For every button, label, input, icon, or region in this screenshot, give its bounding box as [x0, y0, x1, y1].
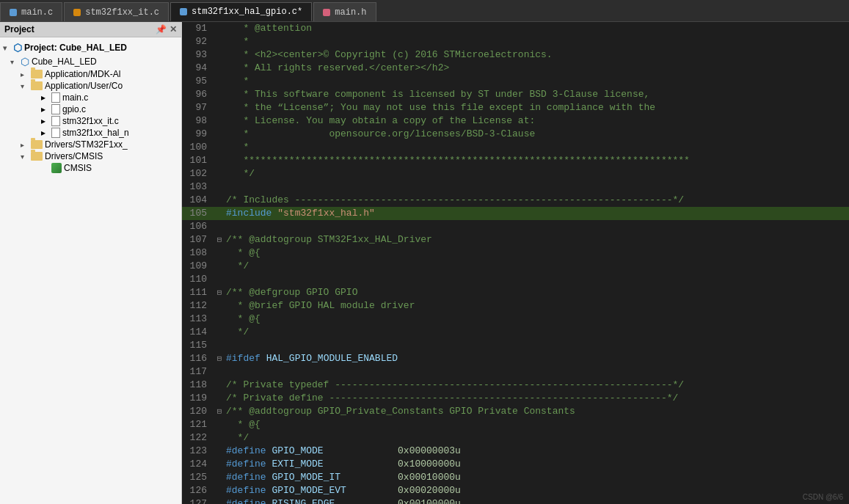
line-num-124: 124 — [182, 458, 213, 471]
code-line-93: 93 * <h2><center>© Copyright (c) 2016 ST… — [182, 48, 849, 62]
tab-label-main-h: main.h — [335, 7, 366, 18]
line-content-125: #define GPIO_MODE_IT 0x00010000u — [226, 471, 849, 484]
line-content-98: * License. You may obtain a copy of the … — [226, 114, 849, 128]
code-line-116: 116 ⊟ #ifdef HAL_GPIO_MODULE_ENABLED — [182, 352, 849, 365]
line-content-113: * @{ — [226, 313, 849, 326]
line-num-108: 108 — [182, 246, 213, 260]
tree-item-drivers-cmsis[interactable]: ▾ Drivers/CMSIS — [0, 150, 181, 162]
line-content-94: * All rights reserved.</center></h2> — [226, 62, 849, 75]
line-num-105: 105 — [182, 207, 213, 220]
tree-label-cmsis: CMSIS — [64, 163, 92, 173]
code-line-105: 105 #include "stm32f1xx_hal.h" — [182, 207, 849, 220]
line-content-124: #define EXTI_MODE 0x10000000u — [226, 458, 849, 471]
tree-item-project[interactable]: ▾ ⬡ Project: Cube_HAL_LED — [0, 40, 181, 55]
line-num-101: 101 — [182, 154, 213, 167]
line-num-106: 106 — [182, 220, 213, 233]
tab-stm32-hal-gpio[interactable]: stm32f1xx_hal_gpio.c* — [170, 2, 312, 21]
code-line-100: 100 * — [182, 141, 849, 154]
code-line-109: 109 */ — [182, 260, 849, 273]
expand-app-mdk-icon: ▸ — [21, 70, 31, 78]
tree-item-stm32-hal[interactable]: ▸ stm32f1xx_hal_n — [0, 127, 181, 139]
code-line-102: 102 */ — [182, 167, 849, 180]
line-num-100: 100 — [182, 141, 213, 154]
tree-label-drivers-stm32: Drivers/STM32F1xx_ — [45, 139, 128, 150]
line-content-95: * — [226, 75, 849, 88]
tree-item-app-user[interactable]: ▾ Application/User/Co — [0, 80, 181, 92]
line-num-91: 91 — [182, 22, 213, 35]
line-num-107: 107 — [182, 233, 213, 246]
code-line-94: 94 * All rights reserved.</center></h2> — [182, 62, 849, 75]
line-content-111: /** @defgroup GPIO GPIO — [226, 286, 849, 299]
file-icon-main-c — [51, 92, 60, 103]
tab-icon-main-c — [10, 9, 17, 16]
code-line-123: 123 #define GPIO_MODE 0x00000003u — [182, 445, 849, 458]
tree-label-app-mdk: Application/MDK-Al — [45, 69, 120, 79]
code-line-108: 108 * @{ — [182, 246, 849, 260]
tab-label-main-c: main.c — [21, 7, 53, 18]
tree-item-app-mdk[interactable]: ▸ Application/MDK-Al — [0, 68, 181, 80]
sidebar-tree[interactable]: ▾ ⬡ Project: Cube_HAL_LED ▾ ⬡ Cube_HAL_L… — [0, 37, 181, 504]
expand-main-c-icon: ▸ — [41, 92, 51, 103]
code-line-114: 114 */ — [182, 326, 849, 339]
line-content-92: * — [226, 35, 849, 48]
editor[interactable]: 91 * @attention 92 * 93 * <h2><center>© … — [182, 22, 849, 504]
gutter-107: ⊟ — [213, 233, 226, 246]
line-content-115 — [226, 339, 849, 352]
tab-icon-stm32-it — [73, 9, 81, 16]
expand-stm32-it-icon: ▸ — [41, 116, 51, 126]
code-area[interactable]: 91 * @attention 92 * 93 * <h2><center>© … — [182, 22, 849, 504]
line-content-103 — [226, 180, 849, 194]
line-num-117: 117 — [182, 365, 213, 379]
line-content-96: * This software component is licensed by… — [226, 88, 849, 101]
gutter-111: ⊟ — [213, 286, 226, 299]
tab-icon-main-h — [323, 9, 330, 16]
tree-item-drivers-stm32[interactable]: ▸ Drivers/STM32F1xx_ — [0, 139, 181, 150]
tab-stm32-it[interactable]: stm32f1xx_it.c — [64, 2, 169, 21]
root-icon: ⬡ — [21, 56, 29, 67]
gutter-116: ⊟ — [213, 352, 226, 365]
line-content-99: * opensource.org/licenses/BSD-3-Clause — [226, 128, 849, 141]
folder-icon-drivers-stm32 — [31, 140, 43, 149]
pin-icon[interactable]: 📌 — [156, 24, 167, 34]
expand-stm32-hal-icon: ▸ — [41, 128, 51, 138]
tab-label-stm32-it: stm32f1xx_it.c — [85, 7, 159, 18]
line-num-113: 113 — [182, 313, 213, 326]
tab-label-stm32-hal-gpio: stm32f1xx_hal_gpio.c* — [192, 7, 302, 17]
tree-item-root[interactable]: ▾ ⬡ Cube_HAL_LED — [0, 55, 181, 68]
tab-main-h[interactable]: main.h — [313, 2, 376, 21]
line-num-122: 122 — [182, 431, 213, 445]
line-content-123: #define GPIO_MODE 0x00000003u — [226, 445, 849, 458]
tree-label-gpio-c: gpio.c — [62, 104, 86, 114]
code-line-122: 122 */ — [182, 431, 849, 445]
line-num-103: 103 — [182, 180, 213, 194]
code-line-126: 126 #define GPIO_MODE_EVT 0x00020000u — [182, 484, 849, 497]
line-num-112: 112 — [182, 299, 213, 313]
tree-item-main-c[interactable]: ▸ main.c — [0, 92, 181, 103]
line-content-121: * @{ — [226, 418, 849, 431]
tree-item-cmsis[interactable]: CMSIS — [0, 162, 181, 174]
line-num-97: 97 — [182, 101, 213, 114]
line-num-95: 95 — [182, 75, 213, 88]
tree-item-stm32-it[interactable]: ▸ stm32f1xx_it.c — [0, 115, 181, 127]
tree-item-gpio-c[interactable]: ▸ gpio.c — [0, 103, 181, 115]
line-content-101: ****************************************… — [226, 154, 849, 167]
line-content-97: * the “License”; You may not use this fi… — [226, 101, 849, 114]
code-line-97: 97 * the “License”; You may not use this… — [182, 101, 849, 114]
line-content-112: * @brief GPIO HAL module driver — [226, 299, 849, 313]
tab-main-c[interactable]: main.c — [0, 2, 62, 21]
code-line-127: 127 #define RISING_EDGE 0x00100000u — [182, 497, 849, 504]
sidebar-header-icons: 📌 ✕ — [156, 24, 177, 34]
line-num-126: 126 — [182, 484, 213, 497]
gem-icon-cmsis — [51, 163, 62, 173]
project-icon: ⬡ — [13, 42, 22, 54]
code-line-106: 106 — [182, 220, 849, 233]
file-icon-gpio-c — [51, 104, 60, 114]
main-content: Project 📌 ✕ ▾ ⬡ Project: Cube_HAL_LED ▾ … — [0, 22, 849, 504]
line-num-96: 96 — [182, 88, 213, 101]
close-icon[interactable]: ✕ — [170, 24, 177, 34]
expand-drivers-cmsis-icon: ▾ — [21, 153, 31, 161]
line-content-102: */ — [226, 167, 849, 180]
line-content-109: */ — [226, 260, 849, 273]
line-num-93: 93 — [182, 48, 213, 62]
code-line-121: 121 * @{ — [182, 418, 849, 431]
